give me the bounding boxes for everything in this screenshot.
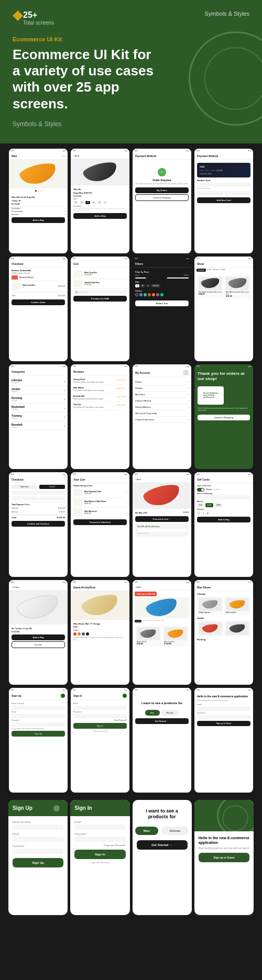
- size-chip-selected[interactable]: 23: [85, 201, 90, 204]
- product-card[interactable]: Nike Alpha Huarache Elite 3 Low Turf $ 8…: [224, 275, 250, 299]
- create-account-link[interactable]: Forgot your account?: [73, 730, 127, 732]
- size-chip[interactable]: M: [140, 284, 145, 287]
- size-chip[interactable]: UNISIZE: [151, 284, 160, 287]
- color-orange[interactable]: [152, 293, 155, 296]
- add-to-bag-button[interactable]: Add to Bag: [197, 517, 250, 522]
- email-input[interactable]: [13, 837, 63, 842]
- promo-input[interactable]: Enter Promo: [73, 290, 127, 294]
- category-lifestyle[interactable]: Lifestyle 120 types ›: [12, 377, 65, 386]
- email-input[interactable]: [12, 714, 65, 718]
- color-red[interactable]: [73, 632, 77, 636]
- gift-message-input[interactable]: [197, 495, 250, 499]
- price-range-bar[interactable]: [135, 277, 189, 279]
- tab-running[interactable]: Running: [213, 269, 219, 272]
- size-chip[interactable]: S: [135, 284, 139, 287]
- category-baseball[interactable]: Baseball 30 types ›: [12, 421, 65, 430]
- get-started-button[interactable]: Get Started →: [135, 718, 189, 724]
- email-input[interactable]: [73, 706, 127, 710]
- password-input[interactable]: [73, 714, 127, 718]
- sign-in-button[interactable]: Sign In: [73, 723, 127, 729]
- product-card[interactable]: Te Amo Superite: [197, 596, 223, 615]
- tab-jordan[interactable]: Jordan: [143, 620, 147, 622]
- account-contact[interactable]: Contact Preferences›: [135, 417, 189, 423]
- cvv-input[interactable]: [224, 191, 250, 195]
- account-payment[interactable]: Payment Method›: [135, 398, 189, 404]
- color-blue[interactable]: [139, 293, 143, 296]
- signup-button[interactable]: Sign Up: [13, 858, 63, 867]
- man-button[interactable]: Man: [145, 710, 160, 716]
- product-card[interactable]: [224, 620, 250, 637]
- woman-button[interactable]: Woman: [161, 710, 179, 716]
- purchase-button[interactable]: Purchase for $240: [73, 296, 127, 302]
- account-wishlist[interactable]: Wishlist›: [135, 385, 189, 392]
- category-running[interactable]: Running 80 types ›: [12, 395, 65, 404]
- add-to-bag-button[interactable]: Add to Bag: [73, 213, 127, 219]
- color-black[interactable]: [86, 632, 89, 636]
- continue-shopping-button[interactable]: Continue Shopping: [135, 194, 189, 201]
- password-input[interactable]: [197, 715, 250, 719]
- tab-basketball[interactable]: Basketball: [154, 620, 160, 622]
- remove-icon[interactable]: ×: [125, 511, 127, 514]
- expiry-input[interactable]: [197, 191, 223, 195]
- continue-shopping-button[interactable]: Continue Shopping: [198, 415, 250, 420]
- get-started-button[interactable]: Get Started →: [137, 840, 188, 850]
- cardholder-input[interactable]: [12, 496, 38, 500]
- back-button[interactable]: ‹ Back: [73, 154, 79, 157]
- category-basketball[interactable]: Basketball 100 types ›: [12, 404, 65, 413]
- confirm-continue-button[interactable]: Confirm and Continue: [12, 521, 65, 527]
- paypal-tab[interactable]: Pay Pal: [39, 485, 65, 489]
- tab-lifestyle[interactable]: Lifestyle: [135, 620, 141, 622]
- forgot-password-link[interactable]: Forgot Password?: [73, 719, 127, 721]
- remove-icon[interactable]: ×: [125, 501, 127, 504]
- color-gray[interactable]: [82, 632, 85, 636]
- category-training[interactable]: Training 55 types ›: [12, 413, 65, 421]
- forgot-password-link[interactable]: Forgot your Password?: [74, 844, 125, 847]
- tab-shoes[interactable]: Shoes: [161, 620, 165, 622]
- tab-baseball[interactable]: Baseball: [196, 269, 206, 272]
- tab-running[interactable]: Running: [148, 620, 152, 622]
- color-teal[interactable]: [160, 293, 163, 296]
- password-input[interactable]: [13, 849, 63, 854]
- product-card[interactable]: [197, 620, 223, 637]
- product-card[interactable]: Nike CruzrOne: [224, 596, 250, 615]
- proceed-cart-button[interactable]: Proceed to Cart →: [135, 516, 189, 522]
- sign-up-guest-button[interactable]: Sign up or Guest: [199, 853, 249, 862]
- account-gift[interactable]: Gift Card & Promocode›: [135, 410, 189, 417]
- back-button[interactable]: ‹ Jordan: [12, 586, 19, 588]
- woman-button[interactable]: Woman: [161, 827, 189, 835]
- name-input[interactable]: [12, 706, 65, 710]
- color-orange[interactable]: [78, 632, 81, 636]
- remove-icon[interactable]: ×: [125, 491, 127, 494]
- add-new-card-button[interactable]: Add New Card: [197, 197, 250, 203]
- password-input[interactable]: [12, 722, 65, 727]
- size-chip[interactable]: 21: [73, 201, 78, 204]
- apply-filter-button[interactable]: Button Text: [135, 300, 189, 306]
- size-chip[interactable]: 2: [103, 201, 107, 204]
- cvv-input[interactable]: [39, 496, 65, 500]
- size-chip[interactable]: L: [146, 284, 150, 287]
- card-number-input[interactable]: [12, 491, 65, 495]
- toggle-switch[interactable]: [197, 488, 204, 492]
- email-input[interactable]: [74, 825, 125, 830]
- account-history[interactable]: History›: [135, 379, 189, 385]
- size-chip[interactable]: 35: [97, 201, 102, 204]
- product-card[interactable]: Nike Alpha Huarache Elite 3 Low $ 84.97: [197, 275, 223, 299]
- color-black[interactable]: [135, 293, 138, 296]
- account-orders[interactable]: My Orders›: [135, 392, 189, 398]
- amount-200[interactable]: $ 200: [214, 503, 223, 507]
- man-button[interactable]: Man: [135, 827, 158, 835]
- login-facebook-link[interactable]: Login with Facebook: [74, 861, 125, 864]
- qty-minus-button[interactable]: −: [197, 511, 201, 515]
- card-number-input[interactable]: [197, 183, 250, 187]
- add-to-bag-button[interactable]: Add to Bag: [12, 634, 65, 640]
- sign-up-button[interactable]: Sign Up: [12, 731, 65, 737]
- back-button[interactable]: ‹ Back: [135, 586, 141, 588]
- size-chip[interactable]: 34: [91, 201, 96, 204]
- tab-jordan[interactable]: Jordan: [207, 269, 212, 272]
- qty-plus-button[interactable]: +: [205, 511, 210, 515]
- size-chip[interactable]: 22: [79, 201, 84, 204]
- debit-card-tab[interactable]: Debit Card: [12, 485, 37, 489]
- color-green[interactable]: [144, 293, 147, 296]
- product-card[interactable]: Merkur Stil 47 $ 85.00: [135, 626, 161, 647]
- tab-basketball[interactable]: Football: [220, 269, 225, 272]
